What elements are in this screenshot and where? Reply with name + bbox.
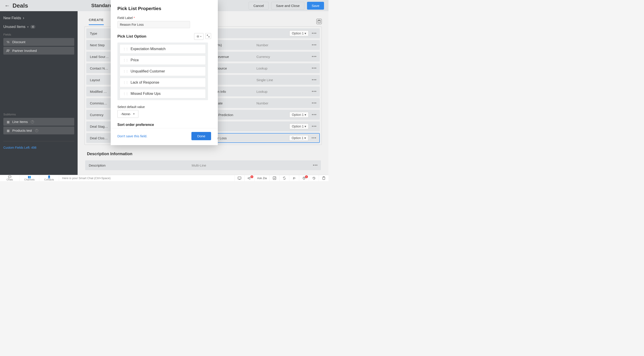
chart-icon[interactable] <box>270 175 279 181</box>
notification-badge: 3 <box>250 175 253 178</box>
picklist-option-item[interactable]: ⋮⋮Price <box>120 56 206 65</box>
zia-icon[interactable]: Z/\ <box>289 175 299 181</box>
ask-zia-button[interactable]: Ask Zia <box>254 175 270 181</box>
done-button[interactable]: Done <box>192 132 211 140</box>
option-text: Missed Follow Ups <box>130 92 160 96</box>
drag-handle-icon[interactable]: ⋮⋮ <box>123 82 128 83</box>
modal-title: Pick List Properties <box>118 6 211 11</box>
sync-icon[interactable] <box>279 175 289 181</box>
picklist-actions: ▾ <box>194 33 211 40</box>
screen-icon[interactable] <box>234 175 244 181</box>
expand-icon <box>207 35 210 37</box>
clipboard-icon[interactable] <box>319 175 328 181</box>
bottom-tab-channels[interactable]: 👥 Channels <box>20 175 39 181</box>
picklist-option-item[interactable]: ⋮⋮Missed Follow Ups <box>120 89 206 98</box>
field-label-label: Field Label <box>118 16 211 20</box>
option-text: Price <box>130 58 139 62</box>
select-default-dropdown[interactable]: -None- ▼ <box>118 110 138 118</box>
bottom-tab-label: Chats <box>6 178 13 181</box>
modal-footer: Don't save this field. Done <box>111 128 218 145</box>
bottom-tab-chats[interactable]: 💬 Chats <box>0 175 20 181</box>
caret-down-icon: ▼ <box>133 113 135 115</box>
bottom-tab-label: Channels <box>24 178 34 181</box>
users-icon: 👥 <box>28 176 31 178</box>
drag-handle-icon[interactable]: ⋮⋮ <box>123 71 128 72</box>
chat-icon: 💬 <box>8 176 12 178</box>
sort-order-title: Sort order preference <box>118 123 211 127</box>
picklist-option-title: Pick List Option <box>118 34 146 39</box>
svg-point-4 <box>197 36 198 37</box>
picklist-option-item[interactable]: ⋮⋮Expectation Mismatch <box>120 44 206 54</box>
picklist-header: Pick List Option ▾ <box>118 33 211 40</box>
clock-icon[interactable]: 1 <box>299 175 309 181</box>
drag-handle-icon[interactable]: ⋮⋮ <box>123 93 128 94</box>
gear-icon <box>196 35 200 38</box>
picklist-properties-modal: Pick List Properties Field Label Pick Li… <box>111 0 218 145</box>
picklist-settings-button[interactable]: ▾ <box>194 33 204 40</box>
svg-rect-5 <box>238 177 241 179</box>
bottom-bar: 💬 Chats 👥 Channels 👤 Contacts Here is yo… <box>0 175 328 181</box>
announcement-icon[interactable]: 3 <box>244 175 254 181</box>
option-text: Unqualified Customer <box>130 69 165 73</box>
bottom-right-icons: 3 Ask Zia Z/\ 1 <box>234 175 328 181</box>
field-label-input[interactable] <box>118 21 190 28</box>
person-icon: 👤 <box>48 176 51 178</box>
drag-handle-icon[interactable]: ⋮⋮ <box>123 60 128 61</box>
option-text: Expectation Mismatch <box>130 47 166 51</box>
select-default-label: Select default value <box>118 105 211 109</box>
smart-chat-hint[interactable]: Here is your Smart Chat (Ctrl+Space) <box>59 176 234 180</box>
picklist-options: ⋮⋮Expectation Mismatch⋮⋮Price⋮⋮Unqualifi… <box>118 42 208 100</box>
history-icon[interactable] <box>309 175 319 181</box>
picklist-option-item[interactable]: ⋮⋮Lack of Response <box>120 78 206 87</box>
notification-badge: 1 <box>305 175 308 178</box>
option-text: Lack of Response <box>130 80 159 84</box>
picklist-option-item[interactable]: ⋮⋮Unqualified Customer <box>120 67 206 76</box>
chevron-down-icon: ▾ <box>200 35 202 38</box>
select-default-value: -None- <box>121 112 131 116</box>
dont-save-link[interactable]: Don't save this field. <box>118 134 147 138</box>
drag-handle-icon[interactable]: ⋮⋮ <box>123 48 128 50</box>
modal-body: Pick List Properties Field Label Pick Li… <box>111 0 218 128</box>
bottom-tab-contacts[interactable]: 👤 Contacts <box>39 175 59 181</box>
expand-button[interactable] <box>205 33 211 39</box>
bottom-tab-label: Contacts <box>44 178 54 181</box>
